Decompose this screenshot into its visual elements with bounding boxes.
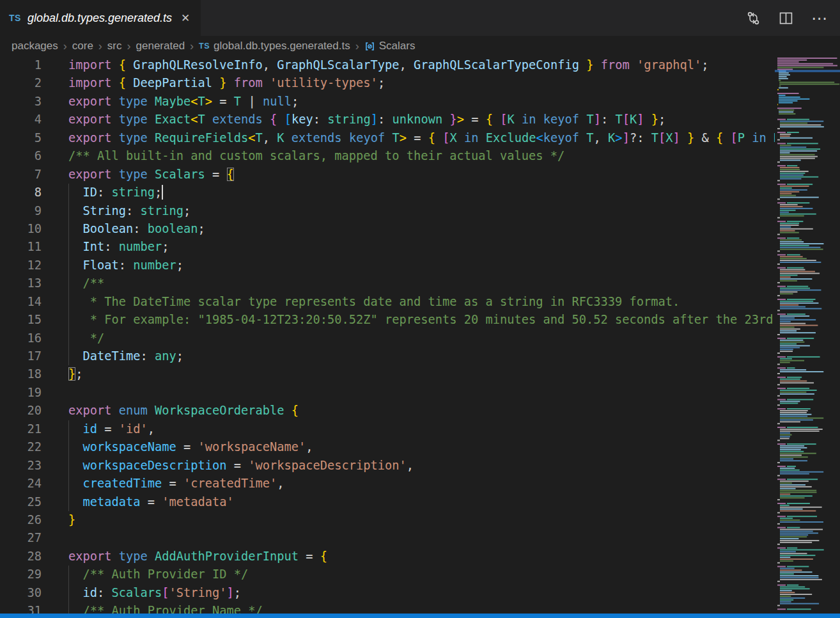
code-line[interactable]: 20export enum WorkspaceOrderable { (0, 402, 775, 420)
code-content[interactable]: export type Maybe<T> = T | null; (68, 93, 775, 111)
code-line[interactable]: 3export type Maybe<T> = T | null; (0, 93, 775, 111)
code-line[interactable]: 7export type Scalars = { (0, 166, 775, 184)
code-line[interactable]: 10 Boolean: boolean; (0, 220, 775, 238)
line-number[interactable]: 3 (0, 93, 42, 111)
split-editor-icon[interactable] (779, 11, 793, 26)
code-line[interactable]: 13 /** (0, 274, 775, 292)
line-number[interactable]: 27 (0, 529, 42, 547)
line-number[interactable]: 2 (0, 74, 42, 92)
code-line[interactable]: 11 Int: number; (0, 238, 775, 256)
line-number[interactable]: 13 (0, 274, 42, 292)
more-actions-icon[interactable]: ⋯ (811, 15, 827, 21)
line-number[interactable]: 18 (0, 365, 42, 383)
code-area[interactable]: 1import { GraphQLResolveInfo, GraphQLSca… (0, 56, 775, 614)
code-content[interactable]: ID: string; (68, 184, 775, 202)
code-line[interactable]: 4export type Exact<T extends { [key: str… (0, 111, 775, 129)
breadcrumb-item-src[interactable]: src (107, 40, 122, 52)
code-line[interactable]: 25 metadata = 'metadata' (0, 493, 775, 511)
line-number[interactable]: 12 (0, 257, 42, 274)
tab-global-db-types-generated-ts[interactable]: TS global.db.types.generated.ts ✕ (0, 0, 201, 36)
code-content[interactable]: String: string; (68, 202, 775, 220)
breadcrumb-item-generated[interactable]: generated (136, 40, 185, 52)
code-line[interactable]: 1import { GraphQLResolveInfo, GraphQLSca… (0, 56, 775, 74)
code-content[interactable]: export type Exact<T extends { [key: stri… (68, 111, 775, 129)
line-number[interactable]: 29 (0, 566, 42, 583)
code-content[interactable]: import { GraphQLResolveInfo, GraphQLScal… (68, 56, 775, 74)
open-changes-icon[interactable] (746, 11, 761, 26)
code-content[interactable]: }; (68, 365, 775, 383)
line-number[interactable]: 17 (0, 347, 42, 365)
code-line[interactable]: 16 */ (0, 329, 775, 347)
code-line[interactable]: 15 * For example: "1985-04-12T23:20:50.5… (0, 311, 775, 329)
code-line[interactable]: 28export type AddAuthProviderInput = { (0, 548, 775, 566)
line-number[interactable]: 24 (0, 475, 42, 493)
code-line[interactable]: 23 workspaceDescription = 'workspaceDesc… (0, 457, 775, 475)
code-content[interactable]: export type RequireFields<T, K extends k… (68, 129, 775, 147)
line-number[interactable]: 21 (0, 420, 42, 438)
code-line[interactable]: 26} (0, 511, 775, 529)
code-content[interactable]: /** Auth Provider ID */ (68, 566, 775, 583)
code-content[interactable]: * The DateTime scalar type represents da… (68, 293, 775, 311)
code-content[interactable]: * For example: "1985-04-12T23:20:50.52Z"… (68, 311, 775, 329)
code-line[interactable]: 5export type RequireFields<T, K extends … (0, 129, 775, 147)
code-content[interactable]: DateTime: any; (68, 347, 775, 365)
code-content[interactable]: /** (68, 274, 775, 292)
code-line[interactable]: 18}; (0, 365, 775, 383)
code-content[interactable]: /** Auth Provider Name */ (68, 602, 775, 614)
line-number[interactable]: 8 (0, 184, 42, 202)
code-content[interactable]: Float: number; (68, 257, 775, 274)
code-line[interactable]: 12 Float: number; (0, 257, 775, 274)
code-content[interactable]: export type AddAuthProviderInput = { (68, 548, 775, 566)
code-line[interactable]: 27 (0, 529, 775, 547)
line-number[interactable]: 9 (0, 202, 42, 220)
code-line[interactable]: 21 id = 'id', (0, 420, 775, 438)
line-number[interactable]: 1 (0, 56, 42, 74)
close-tab-icon[interactable]: ✕ (178, 10, 192, 26)
code-line[interactable]: 31 /** Auth Provider Name */ (0, 602, 775, 614)
code-content[interactable]: */ (68, 329, 775, 347)
code-line[interactable]: 9 String: string; (0, 202, 775, 220)
code-line[interactable]: 22 workspaceName = 'workspaceName', (0, 438, 775, 456)
line-number[interactable]: 7 (0, 166, 42, 184)
code-content[interactable]: id: Scalars['String']; (68, 584, 775, 602)
line-number[interactable]: 26 (0, 511, 42, 529)
line-number[interactable]: 16 (0, 329, 42, 347)
code-content[interactable]: id = 'id', (68, 420, 775, 438)
breadcrumb-item-packages[interactable]: packages (12, 40, 58, 52)
code-content[interactable]: export enum WorkspaceOrderable { (68, 402, 775, 420)
code-line[interactable]: 14 * The DateTime scalar type represents… (0, 293, 775, 311)
line-number[interactable]: 20 (0, 402, 42, 420)
code-line[interactable]: 19 (0, 384, 775, 402)
code-line[interactable]: 8 ID: string; (0, 184, 775, 202)
editor[interactable]: 1import { GraphQLResolveInfo, GraphQLSca… (0, 56, 840, 614)
line-number[interactable]: 15 (0, 311, 42, 329)
code-line[interactable]: 29 /** Auth Provider ID */ (0, 566, 775, 583)
breadcrumb-item-global-db-types-generated-ts[interactable]: TSglobal.db.types.generated.ts (199, 40, 350, 52)
code-line[interactable]: 30 id: Scalars['String']; (0, 584, 775, 602)
code-content[interactable]: Boolean: boolean; (68, 220, 775, 238)
line-number[interactable]: 11 (0, 238, 42, 256)
line-number[interactable]: 30 (0, 584, 42, 602)
code-content[interactable]: createdTime = 'createdTime', (68, 475, 775, 493)
status-bar[interactable] (0, 614, 840, 618)
line-number[interactable]: 14 (0, 293, 42, 311)
line-number[interactable]: 23 (0, 457, 42, 475)
line-number[interactable]: 6 (0, 147, 42, 165)
code-content[interactable] (68, 529, 775, 547)
code-line[interactable]: 24 createdTime = 'createdTime', (0, 475, 775, 493)
breadcrumb-item-scalars[interactable]: Scalars (364, 40, 416, 52)
code-content[interactable]: workspaceName = 'workspaceName', (68, 438, 775, 456)
code-content[interactable]: workspaceDescription = 'workspaceDescrip… (68, 457, 775, 475)
code-content[interactable]: metadata = 'metadata' (68, 493, 775, 511)
code-content[interactable]: /** All built-in and custom scalars, map… (68, 147, 775, 165)
line-number[interactable]: 10 (0, 220, 42, 238)
line-number[interactable]: 25 (0, 493, 42, 511)
code-content[interactable]: } (68, 511, 775, 529)
code-content[interactable]: import { DeepPartial } from 'utility-typ… (68, 74, 775, 92)
code-line[interactable]: 17 DateTime: any; (0, 347, 775, 365)
code-content[interactable]: export type Scalars = { (68, 166, 775, 184)
code-line[interactable]: 2import { DeepPartial } from 'utility-ty… (0, 74, 775, 92)
line-number[interactable]: 22 (0, 438, 42, 456)
line-number[interactable]: 5 (0, 129, 42, 147)
code-line[interactable]: 6/** All built-in and custom scalars, ma… (0, 147, 775, 165)
